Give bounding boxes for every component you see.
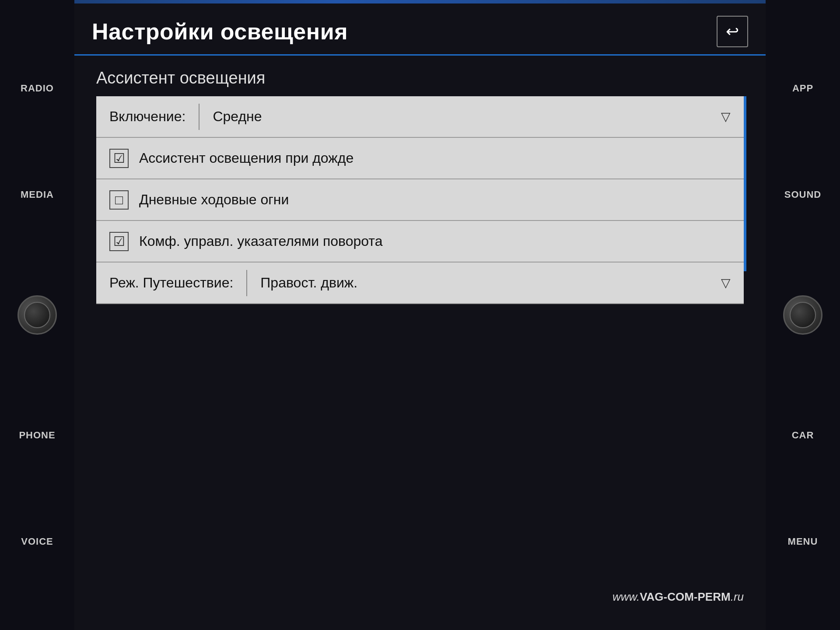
checkbox-comfort-turn[interactable]: ☑ bbox=[109, 232, 129, 251]
sidebar-item-sound[interactable]: SOUND bbox=[784, 189, 821, 200]
header: Настройки освещения ↩ bbox=[74, 4, 766, 47]
checkbox-rain-assistant[interactable]: ☑ bbox=[109, 149, 129, 168]
rain-assistant-label: Ассистент освещения при дожде bbox=[139, 150, 354, 166]
right-knob-inner bbox=[790, 302, 816, 328]
back-arrow-icon: ↩ bbox=[726, 22, 739, 41]
settings-list: Включение: Средне ▽ ☑ Ассистент освещени… bbox=[74, 96, 766, 304]
section-title: Ассистент освещения bbox=[74, 56, 766, 96]
sidebar-item-media[interactable]: MEDIA bbox=[21, 189, 54, 200]
checkbox-container-rain: ☑ Ассистент освещения при дожде bbox=[109, 149, 354, 168]
left-knob-inner bbox=[24, 302, 50, 328]
scroll-indicator bbox=[744, 96, 746, 271]
watermark-prefix: www. bbox=[612, 590, 640, 603]
top-accent-bar bbox=[0, 0, 840, 4]
dropdown-arrow-icon: ▽ bbox=[721, 109, 731, 124]
row-divider-2 bbox=[246, 270, 247, 296]
checkbox-container-comfort: ☑ Комф. управл. указателями поворота bbox=[109, 232, 382, 251]
sidebar-item-app[interactable]: APP bbox=[792, 83, 813, 94]
left-sidebar: RADIO MEDIA PHONE VOICE bbox=[0, 0, 74, 630]
activation-label: Включение: bbox=[109, 108, 186, 125]
right-knob[interactable] bbox=[783, 295, 822, 335]
travel-mode-value: Правост. движ. bbox=[260, 275, 712, 291]
left-knob[interactable] bbox=[18, 295, 57, 335]
page-title: Настройки освещения bbox=[92, 18, 348, 45]
daytime-lights-label: Дневные ходовые огни bbox=[139, 192, 289, 208]
setting-row-activation[interactable]: Включение: Средне ▽ bbox=[96, 96, 744, 138]
sidebar-item-menu[interactable]: MENU bbox=[788, 536, 818, 547]
sidebar-item-car[interactable]: CAR bbox=[792, 430, 814, 441]
sidebar-item-phone[interactable]: PHONE bbox=[19, 430, 55, 441]
row-divider bbox=[199, 104, 200, 130]
right-sidebar: APP SOUND CAR MENU bbox=[766, 0, 840, 630]
comfort-turn-label: Комф. управл. указателями поворота bbox=[139, 233, 382, 249]
activation-value: Средне bbox=[213, 108, 712, 125]
watermark: www.VAG-COM-PERM.ru bbox=[612, 590, 744, 604]
main-content: Настройки освещения ↩ Ассистент освещени… bbox=[74, 4, 766, 630]
setting-row-rain-assistant[interactable]: ☑ Ассистент освещения при дожде bbox=[96, 138, 744, 179]
setting-row-comfort-turn[interactable]: ☑ Комф. управл. указателями поворота bbox=[96, 221, 744, 262]
sidebar-item-voice[interactable]: VOICE bbox=[21, 536, 53, 547]
watermark-brand: VAG-COM-PERM bbox=[640, 590, 731, 603]
dropdown-arrow-icon-2: ▽ bbox=[721, 276, 731, 290]
back-button[interactable]: ↩ bbox=[717, 16, 748, 47]
travel-mode-label: Реж. Путешествие: bbox=[109, 275, 233, 291]
sidebar-item-radio[interactable]: RADIO bbox=[21, 83, 54, 94]
watermark-suffix: .ru bbox=[731, 590, 744, 603]
checkbox-container-daytime: □ Дневные ходовые огни bbox=[109, 190, 289, 210]
checkbox-daytime-lights[interactable]: □ bbox=[109, 190, 129, 210]
setting-row-travel-mode[interactable]: Реж. Путешествие: Правост. движ. ▽ bbox=[96, 262, 744, 304]
setting-row-daytime-lights[interactable]: □ Дневные ходовые огни bbox=[96, 179, 744, 221]
